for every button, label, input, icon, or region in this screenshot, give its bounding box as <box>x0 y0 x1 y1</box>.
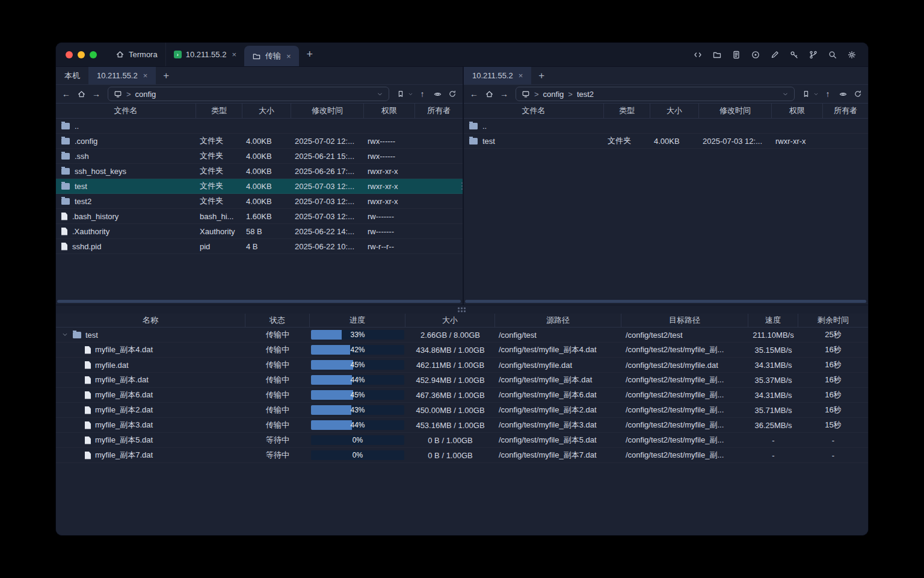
tab-local-machine[interactable]: 本机 <box>56 67 88 84</box>
parent-directory-icon[interactable]: ↑ <box>415 87 430 101</box>
splitter-grip[interactable] <box>458 307 466 312</box>
transfer-row[interactable]: myfile_副本4.dat 传输中 42% 434.86MB / 1.00GB… <box>56 343 868 358</box>
file-row[interactable]: test 文件夹 4.00KB 2025-07-03 12:... rwxr-x… <box>464 134 868 149</box>
new-panel-tab-button[interactable]: + <box>531 67 552 84</box>
refresh-icon[interactable] <box>445 87 460 101</box>
close-icon[interactable]: × <box>519 71 523 80</box>
path-breadcrumb[interactable]: > config > test2 <box>516 87 795 101</box>
chevron-down-icon[interactable] <box>812 87 820 101</box>
file-mtime: 2025-07-02 12:... <box>291 137 364 146</box>
file-row[interactable]: .bash_history bash_hi... 1.60KB 2025-07-… <box>56 209 463 224</box>
tab-transfer[interactable]: 传输 × <box>244 46 299 66</box>
transfer-row[interactable]: myfile_副本6.dat 传输中 45% 467.36MB / 1.00GB… <box>56 388 868 403</box>
column-header-eta[interactable]: 剩余时间 <box>798 314 868 327</box>
home-icon[interactable] <box>482 87 496 101</box>
column-header-type[interactable]: 类型 <box>604 104 650 118</box>
close-icon[interactable]: × <box>286 52 291 61</box>
close-icon[interactable]: × <box>143 71 148 80</box>
transfer-status: 传输中 <box>245 359 310 370</box>
transfer-row[interactable]: myfile_副本5.dat 等待中 0% 0 B / 1.00GB /conf… <box>56 433 868 448</box>
column-header-name[interactable]: 文件名 <box>464 104 604 118</box>
horizontal-scrollbar[interactable] <box>57 300 461 303</box>
show-hidden-eye-icon[interactable] <box>430 87 445 101</box>
file-row[interactable]: ssh_host_keys 文件夹 4.00KB 2025-06-26 17:.… <box>56 164 463 179</box>
horizontal-scrollbar[interactable] <box>465 300 866 303</box>
search-icon[interactable] <box>827 49 838 60</box>
column-header-size[interactable]: 大小 <box>242 104 291 118</box>
folder-icon <box>61 138 70 144</box>
zoom-window-button[interactable] <box>90 51 97 58</box>
column-header-mtime[interactable]: 修改时间 <box>291 104 364 118</box>
column-header-status[interactable]: 状态 <box>245 314 310 327</box>
column-header-owner[interactable]: 所有者 <box>415 104 463 118</box>
breadcrumb-segment[interactable]: config <box>135 90 156 99</box>
column-header-speed[interactable]: 速度 <box>748 314 798 327</box>
column-header-target[interactable]: 目标路径 <box>621 314 748 327</box>
forward-icon[interactable]: → <box>89 87 103 101</box>
chevron-down-icon[interactable] <box>377 91 383 98</box>
code-icon[interactable] <box>692 49 703 60</box>
tab-remote-host[interactable]: 10.211.55.2 × <box>464 67 531 84</box>
new-panel-tab-button[interactable]: + <box>156 67 176 84</box>
file-row[interactable]: .ssh 文件夹 4.00KB 2025-06-21 15:... rwx---… <box>56 149 463 164</box>
show-hidden-eye-icon[interactable] <box>836 87 850 101</box>
chevron-down-icon[interactable] <box>61 331 69 339</box>
branch-icon[interactable] <box>808 49 819 60</box>
folder-icon[interactable] <box>712 49 722 60</box>
progress-label: 0% <box>311 435 404 445</box>
forward-icon[interactable]: → <box>497 87 511 101</box>
tab-remote-host[interactable]: 10.211.55.2 × <box>88 67 156 84</box>
transfer-row[interactable]: myfile_副本.dat 传输中 44% 452.94MB / 1.00GB … <box>56 373 868 388</box>
chevron-down-icon[interactable] <box>782 91 789 98</box>
tab-host-session[interactable]: 10.211.55.2 × <box>165 43 244 66</box>
transfer-speed: 35.15MB/s <box>748 346 798 355</box>
transfer-splitter[interactable] <box>56 305 868 314</box>
file-row[interactable]: sshd.pid pid 4 B 2025-06-22 10:... rw-r-… <box>56 239 463 254</box>
new-window-tab-button[interactable]: + <box>299 43 321 66</box>
home-icon[interactable] <box>74 87 88 101</box>
parent-directory-icon[interactable]: ↑ <box>821 87 835 101</box>
column-header-perm[interactable]: 权限 <box>772 104 823 118</box>
minimize-window-button[interactable] <box>78 51 85 58</box>
column-header-perm[interactable]: 权限 <box>364 104 415 118</box>
column-header-type[interactable]: 类型 <box>196 104 242 118</box>
close-window-button[interactable] <box>66 51 73 58</box>
column-header-progress[interactable]: 进度 <box>310 314 405 327</box>
transfer-row[interactable]: myfile.dat 传输中 45% 462.11MB / 1.00GB /co… <box>56 358 868 373</box>
close-icon[interactable]: × <box>232 50 236 59</box>
transfer-row[interactable]: test 传输中 33% 2.66GB / 8.00GB /config/tes… <box>56 328 868 343</box>
path-breadcrumb[interactable]: > config <box>108 87 389 101</box>
column-header-size[interactable]: 大小 <box>405 314 495 327</box>
file-row[interactable]: .. <box>56 119 463 134</box>
breadcrumb-segment[interactable]: test2 <box>577 90 594 99</box>
column-header-source[interactable]: 源路径 <box>495 314 621 327</box>
column-header-name[interactable]: 名称 <box>56 314 245 327</box>
column-header-name[interactable]: 文件名 <box>56 104 196 118</box>
column-header-owner[interactable]: 所有者 <box>823 104 868 118</box>
key-icon[interactable] <box>789 49 799 60</box>
chevron-down-icon[interactable] <box>406 87 414 101</box>
transfer-row[interactable]: myfile_副本3.dat 传输中 44% 453.16MB / 1.00GB… <box>56 418 868 433</box>
back-icon[interactable]: ← <box>59 87 73 101</box>
file-row[interactable]: .. <box>464 119 868 134</box>
file-row[interactable]: test2 文件夹 4.00KB 2025-07-03 12:... rwxr-… <box>56 194 463 209</box>
back-icon[interactable]: ← <box>467 87 481 101</box>
file-row[interactable]: .config 文件夹 4.00KB 2025-07-02 12:... rwx… <box>56 134 463 149</box>
transfer-row[interactable]: myfile_副本2.dat 传输中 43% 450.00MB / 1.00GB… <box>56 403 868 418</box>
file-row-selected[interactable]: test 文件夹 4.00KB 2025-07-03 12:... rwxr-x… <box>56 179 463 194</box>
settings-gear-icon[interactable] <box>846 49 857 60</box>
log-icon[interactable] <box>731 49 742 60</box>
file-icon <box>85 391 91 399</box>
file-icon <box>85 421 91 429</box>
refresh-icon[interactable] <box>851 87 865 101</box>
record-icon[interactable] <box>750 49 761 60</box>
file-row[interactable]: .Xauthority Xauthority 58 B 2025-06-22 1… <box>56 224 463 239</box>
edit-icon[interactable] <box>769 49 780 60</box>
folder-icon <box>61 123 70 129</box>
tab-termora-home[interactable]: Termora <box>108 43 165 66</box>
transfer-row[interactable]: myfile_副本7.dat 等待中 0% 0 B / 1.00GB /conf… <box>56 448 868 463</box>
breadcrumb-segment[interactable]: config <box>543 90 564 99</box>
progress-bar: 45% <box>311 360 404 370</box>
column-header-mtime[interactable]: 修改时间 <box>699 104 772 118</box>
column-header-size[interactable]: 大小 <box>650 104 699 118</box>
